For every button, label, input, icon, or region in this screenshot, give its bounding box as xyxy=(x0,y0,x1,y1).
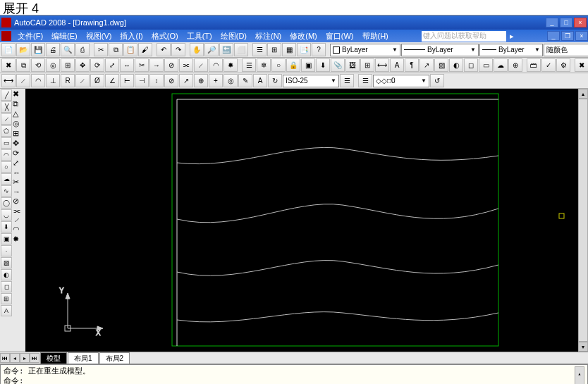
explode-button[interactable]: ✸ xyxy=(223,58,238,72)
revcloud-button[interactable]: ☁ xyxy=(494,58,508,72)
cmd-scroll-up-icon[interactable]: ▴ xyxy=(575,367,584,380)
copy-tool[interactable]: ⧉ xyxy=(13,99,25,109)
help-search-input[interactable]: 键入问题以获取帮助 xyxy=(422,31,506,42)
dim-ord-button[interactable]: ⊥ xyxy=(46,74,60,87)
cut-button[interactable]: ✂ xyxy=(94,43,108,56)
help-button[interactable]: ? xyxy=(312,43,326,56)
zoom-prev-button[interactable]: 🔙 xyxy=(219,43,233,56)
dim-arc-button[interactable]: ◠ xyxy=(31,74,45,87)
text-tool-button[interactable]: A xyxy=(390,58,404,72)
mleader-button[interactable]: ↗ xyxy=(179,74,193,87)
dim-ang-button[interactable]: ∠ xyxy=(105,74,119,87)
doc-restore-button[interactable]: ❐ xyxy=(561,31,574,41)
spline-tool[interactable]: ∿ xyxy=(1,185,12,197)
linetype-dropdown[interactable]: ByLayer▼ xyxy=(401,44,479,56)
scroll-track[interactable] xyxy=(578,99,588,342)
dim-lin-button[interactable]: ⟷ xyxy=(1,74,16,87)
zoom-button[interactable]: 🔎 xyxy=(204,43,219,56)
xline-tool[interactable]: ╳ xyxy=(1,101,12,113)
chamfer-button[interactable]: ⟋ xyxy=(194,58,208,72)
rotate-tool[interactable]: ⟳ xyxy=(13,149,25,158)
layer-lock-button[interactable]: 🔒 xyxy=(286,58,300,72)
gradient-button[interactable]: ◐ xyxy=(449,58,463,72)
inspect-button[interactable]: ◎ xyxy=(223,74,238,87)
scroll-up-icon[interactable]: ▴ xyxy=(578,89,588,99)
publish-button[interactable]: ⎙ xyxy=(75,43,90,56)
tab-first-icon[interactable]: ⏮ xyxy=(0,353,10,363)
menu-file[interactable]: 文件(F) xyxy=(13,31,47,42)
erase-button[interactable]: ✖ xyxy=(1,58,16,72)
extend-button[interactable]: → xyxy=(149,58,164,72)
menu-view[interactable]: 视图(V) xyxy=(82,31,116,42)
dim-break-button[interactable]: ⊘ xyxy=(164,74,178,87)
ssm-button[interactable]: 📑 xyxy=(297,43,311,56)
region-button[interactable]: ◻ xyxy=(464,58,478,72)
menu-tools[interactable]: 工具(T) xyxy=(183,31,216,42)
paste-button[interactable]: 📋 xyxy=(123,43,137,56)
layer-dropdown[interactable]: ◇◇□0▼ xyxy=(373,75,429,87)
dim-space-button[interactable]: ↕ xyxy=(149,74,164,87)
std-button[interactable]: ✓ xyxy=(541,58,556,72)
wipeout-button[interactable]: ▭ xyxy=(479,58,493,72)
dim-jog-button[interactable]: ⟋ xyxy=(75,74,90,87)
menu-window[interactable]: 窗口(W) xyxy=(321,31,358,42)
open-button[interactable]: 📂 xyxy=(16,43,30,56)
offset-button[interactable]: ◎ xyxy=(46,58,60,72)
menu-dim[interactable]: 标注(N) xyxy=(251,31,286,42)
dim-rad-button[interactable]: R xyxy=(61,74,75,87)
command-window[interactable]: ▴ ▾ 命令: 正在重生成模型。 命令: xyxy=(0,364,588,384)
arc-tool[interactable]: ◠ xyxy=(1,149,12,161)
chamfer-tool[interactable]: ⟋ xyxy=(13,216,25,224)
zoom-win-button[interactable]: ⬜ xyxy=(234,43,248,56)
gradient-tool[interactable]: ◐ xyxy=(1,269,12,280)
tab-next-icon[interactable]: ▸ xyxy=(20,353,30,363)
join-button[interactable]: ⫘ xyxy=(179,58,193,72)
break-tool[interactable]: ⊘ xyxy=(13,197,25,206)
tab-model[interactable]: 模型 xyxy=(40,352,67,364)
tab-prev-icon[interactable]: ◂ xyxy=(10,353,20,363)
layer-freeze-button[interactable]: ❄ xyxy=(257,58,271,72)
table-button[interactable]: ⊞ xyxy=(360,58,374,72)
props-button[interactable]: ☰ xyxy=(252,43,267,56)
new-button[interactable]: 📄 xyxy=(1,43,16,56)
plotstyle-dropdown[interactable]: 随颜色▼ xyxy=(544,44,588,56)
mtext-button[interactable]: ¶ xyxy=(405,58,419,72)
copy2-button[interactable]: ⧉ xyxy=(16,58,30,72)
layer-off-button[interactable]: ○ xyxy=(271,58,286,72)
ellipse-tool[interactable]: ◯ xyxy=(1,197,12,209)
dim-ali-button[interactable]: ⟋ xyxy=(16,74,30,87)
fillet-tool[interactable]: ◠ xyxy=(13,225,25,234)
line-tool[interactable]: ╱ xyxy=(1,89,12,101)
undo-button[interactable]: ↶ xyxy=(157,43,171,56)
menu-draw[interactable]: 绘图(D) xyxy=(216,31,251,42)
doc-minimize-button[interactable]: _ xyxy=(547,31,560,41)
menu-edit[interactable]: 编辑(E) xyxy=(47,31,82,42)
cmd-scrollbar[interactable]: ▴ ▾ xyxy=(575,366,584,384)
revcloud-tool[interactable]: ☁ xyxy=(1,173,12,185)
dim-tool-button[interactable]: ⟷ xyxy=(375,58,389,72)
menu-format[interactable]: 格式(O) xyxy=(147,31,183,42)
dim-cont-button[interactable]: ⊣ xyxy=(135,74,149,87)
block-button[interactable]: ▣ xyxy=(301,58,315,72)
mirror-tool[interactable]: △ xyxy=(13,109,25,118)
trim-button[interactable]: ✂ xyxy=(135,58,149,72)
match-button[interactable]: 🖌 xyxy=(138,43,152,56)
menu-help[interactable]: 帮助(H) xyxy=(358,31,393,42)
cmd-scroll-down-icon[interactable]: ▾ xyxy=(575,380,584,384)
break-button[interactable]: ⊘ xyxy=(164,58,178,72)
doc-close-button[interactable]: × xyxy=(575,31,588,41)
block-tool[interactable]: ▣ xyxy=(1,233,12,244)
mirror-button[interactable]: ⟲ xyxy=(31,58,45,72)
table-tool[interactable]: ⊞ xyxy=(1,293,12,304)
image-button[interactable]: 🖼 xyxy=(345,58,360,72)
tab-layout2[interactable]: 布局2 xyxy=(99,352,130,364)
maximize-button[interactable]: □ xyxy=(560,18,572,27)
mtext-tool[interactable]: A xyxy=(1,305,12,316)
stretch-button[interactable]: ↔ xyxy=(120,58,134,72)
rect-tool[interactable]: ▭ xyxy=(1,137,12,149)
explode-tool[interactable]: ✸ xyxy=(13,235,25,244)
move-tool[interactable]: ✥ xyxy=(13,139,25,148)
pan-button[interactable]: ✋ xyxy=(190,43,204,56)
layer-props-button[interactable]: ☰ xyxy=(242,58,256,72)
region-tool[interactable]: ◻ xyxy=(1,281,12,292)
